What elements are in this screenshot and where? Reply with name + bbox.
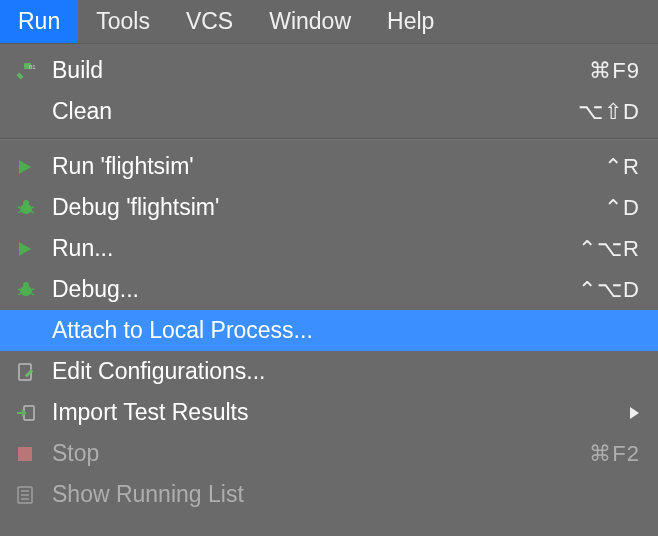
menu-item-run[interactable]: Run... ⌃⌥R xyxy=(0,228,658,269)
play-icon xyxy=(16,155,44,179)
menu-item-shortcut: ⌘F9 xyxy=(589,58,640,84)
menu-item-label: Debug 'flightsim' xyxy=(52,194,604,221)
play-icon xyxy=(16,237,44,261)
menubar-label: VCS xyxy=(186,8,233,35)
menu-item-label: Stop xyxy=(52,440,589,467)
menu-item-label: Attach to Local Process... xyxy=(52,317,640,344)
svg-rect-0 xyxy=(16,72,23,79)
menu-item-import-tests[interactable]: Import Test Results xyxy=(0,392,658,433)
svg-text:01: 01 xyxy=(29,64,36,70)
svg-line-7 xyxy=(31,207,34,208)
menu-item-run-target[interactable]: Run 'flightsim' ⌃R xyxy=(0,146,658,187)
stop-icon xyxy=(16,442,44,466)
svg-point-12 xyxy=(23,282,29,288)
svg-line-16 xyxy=(31,293,34,295)
run-menu-dropdown: 01 Build ⌘F9 Clean ⌥⇧D Run 'flightsim' ⌃… xyxy=(0,44,658,515)
svg-line-13 xyxy=(18,289,21,290)
bug-icon xyxy=(16,196,44,220)
import-icon xyxy=(16,401,44,425)
menu-item-shortcut: ⌃⌥D xyxy=(578,277,640,303)
submenu-arrow-icon xyxy=(628,405,640,421)
menubar-item-vcs[interactable]: VCS xyxy=(168,0,251,43)
svg-marker-20 xyxy=(630,407,639,419)
svg-marker-10 xyxy=(19,242,31,256)
menu-item-shortcut: ⌥⇧D xyxy=(578,99,640,125)
menubar-label: Help xyxy=(387,8,434,35)
hammer-icon: 01 xyxy=(16,59,44,83)
svg-line-8 xyxy=(18,211,21,213)
menu-item-shortcut: ⌃D xyxy=(604,195,640,221)
menu-item-shortcut: ⌘F2 xyxy=(589,441,640,467)
edit-file-icon xyxy=(16,360,44,384)
svg-rect-18 xyxy=(25,369,33,377)
menubar-item-window[interactable]: Window xyxy=(251,0,369,43)
menu-item-attach[interactable]: Attach to Local Process... xyxy=(0,310,658,351)
menu-item-shortcut: ⌃R xyxy=(604,154,640,180)
menu-item-clean[interactable]: Clean ⌥⇧D xyxy=(0,91,658,132)
list-icon xyxy=(16,483,44,507)
svg-marker-3 xyxy=(19,160,31,174)
menu-item-stop: Stop ⌘F2 xyxy=(0,433,658,474)
menubar-label: Tools xyxy=(96,8,150,35)
menubar: Run Tools VCS Window Help xyxy=(0,0,658,44)
menubar-item-run[interactable]: Run xyxy=(0,0,78,43)
menu-item-build[interactable]: 01 Build ⌘F9 xyxy=(0,50,658,91)
menu-item-label: Clean xyxy=(52,98,578,125)
menu-separator xyxy=(0,138,658,140)
svg-line-14 xyxy=(31,289,34,290)
menu-item-label: Debug... xyxy=(52,276,578,303)
menubar-label: Run xyxy=(18,8,60,35)
menu-item-label: Run... xyxy=(52,235,578,262)
menu-item-label: Edit Configurations... xyxy=(52,358,640,385)
svg-line-15 xyxy=(18,293,21,295)
blank-icon xyxy=(16,100,44,124)
menu-item-debug-target[interactable]: Debug 'flightsim' ⌃D xyxy=(0,187,658,228)
svg-rect-21 xyxy=(18,447,32,461)
menu-item-label: Import Test Results xyxy=(52,399,616,426)
menu-item-debug[interactable]: Debug... ⌃⌥D xyxy=(0,269,658,310)
menu-item-edit-configurations[interactable]: Edit Configurations... xyxy=(0,351,658,392)
menu-item-label: Show Running List xyxy=(52,481,640,508)
menubar-item-help[interactable]: Help xyxy=(369,0,452,43)
svg-line-9 xyxy=(31,211,34,213)
menu-item-show-running: Show Running List xyxy=(0,474,658,515)
bug-icon xyxy=(16,278,44,302)
menubar-label: Window xyxy=(269,8,351,35)
blank-icon xyxy=(16,319,44,343)
menu-item-shortcut: ⌃⌥R xyxy=(578,236,640,262)
menu-item-label: Run 'flightsim' xyxy=(52,153,604,180)
svg-point-5 xyxy=(23,200,29,206)
menu-item-label: Build xyxy=(52,57,589,84)
menubar-item-tools[interactable]: Tools xyxy=(78,0,168,43)
svg-line-6 xyxy=(18,207,21,208)
